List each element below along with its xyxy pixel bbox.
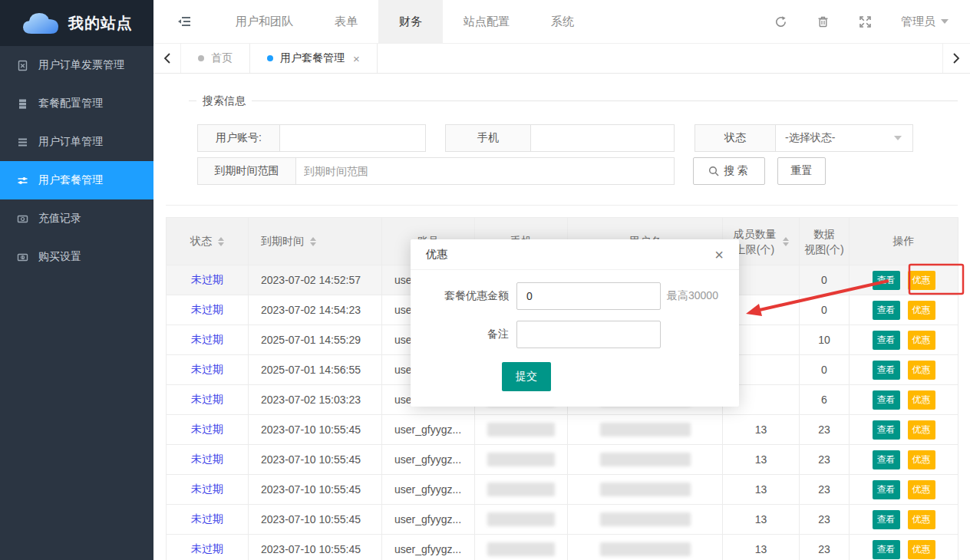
view-button[interactable]: 查看 xyxy=(873,510,900,529)
collapse-menu-icon[interactable] xyxy=(153,0,215,43)
phone-label: 手机 xyxy=(445,124,530,152)
view-button[interactable]: 查看 xyxy=(873,271,900,290)
discount-button[interactable]: 优惠 xyxy=(908,510,935,529)
col-views: 数据视图(个) xyxy=(800,218,850,265)
status-badge: 未过期 xyxy=(191,423,223,435)
status-badge: 未过期 xyxy=(191,393,223,405)
sort-icon[interactable] xyxy=(783,237,789,246)
discount-button[interactable]: 优惠 xyxy=(908,390,935,410)
status-badge: 未过期 xyxy=(191,333,223,345)
table-row: 未过期 2023-07-10 10:55:45 user_gfyygz... 1… xyxy=(167,505,958,535)
phone-input[interactable] xyxy=(530,124,675,152)
amount-hint: 最高30000 xyxy=(667,289,718,303)
sidebar-item-order-management[interactable]: 用户订单管理 xyxy=(0,123,153,161)
modal-body: 套餐优惠金额 最高30000 备注 提交 xyxy=(411,270,739,407)
user-package-sliders-icon xyxy=(17,174,29,186)
recharge-record-icon xyxy=(17,212,29,225)
search-legend: 搜索信息 xyxy=(196,94,252,108)
content-divider xyxy=(166,205,958,206)
redacted-phone xyxy=(487,453,555,466)
chevron-left-icon[interactable] xyxy=(153,44,181,73)
view-button[interactable]: 查看 xyxy=(873,301,900,320)
date-range-input[interactable] xyxy=(295,157,675,185)
discount-button[interactable]: 优惠 xyxy=(908,301,935,320)
package-config-icon xyxy=(17,97,29,110)
remark-label: 备注 xyxy=(411,328,509,341)
discount-button[interactable]: 优惠 xyxy=(908,450,935,469)
logo: 我的站点 xyxy=(0,0,153,46)
table-row: 未过期 2023-07-10 10:55:45 user_gfyygz... 1… xyxy=(167,445,958,475)
nav-system[interactable]: 系统 xyxy=(530,0,595,43)
table-row: 未过期 2023-07-10 10:55:45 user_gfyygz... 1… xyxy=(167,535,958,560)
discount-button[interactable]: 优惠 xyxy=(908,271,935,290)
view-button[interactable]: 查看 xyxy=(873,450,900,469)
table-row: 未过期 2023-07-10 10:55:45 user_gfyygz... 1… xyxy=(167,415,958,445)
discount-button[interactable]: 优惠 xyxy=(908,540,935,559)
sort-icon[interactable] xyxy=(310,237,316,246)
status-badge: 未过期 xyxy=(191,303,223,315)
date-range-field-group: 到期时间范围 xyxy=(197,157,675,185)
nav-finance[interactable]: 财务 xyxy=(378,0,443,43)
purchase-settings-icon xyxy=(17,251,29,263)
redacted-username xyxy=(600,483,691,496)
amount-input[interactable] xyxy=(516,282,661,310)
nav-users-teams[interactable]: 用户和团队 xyxy=(215,0,314,43)
sidebar-item-invoice-management[interactable]: 用户订单发票管理 xyxy=(0,46,153,84)
tab-close-icon[interactable]: × xyxy=(353,52,360,65)
sidebar-item-package-config[interactable]: 套餐配置管理 xyxy=(0,84,153,123)
status-badge: 未过期 xyxy=(191,453,223,465)
discount-button[interactable]: 优惠 xyxy=(908,420,935,440)
col-status[interactable]: 状态 xyxy=(167,218,249,265)
view-button[interactable]: 查看 xyxy=(873,331,900,350)
col-expire[interactable]: 到期时间 xyxy=(249,218,382,265)
tab-dot xyxy=(267,55,273,61)
redacted-phone xyxy=(487,512,555,526)
view-button[interactable]: 查看 xyxy=(873,361,900,380)
refresh-icon[interactable] xyxy=(774,15,787,28)
sidebar-item-label: 用户订单发票管理 xyxy=(38,58,124,72)
status-select[interactable]: -选择状态- xyxy=(775,124,913,152)
sidebar-item-recharge-record[interactable]: 充值记录 xyxy=(0,199,153,238)
header-actions: 管理员 xyxy=(774,0,970,43)
search-icon xyxy=(708,166,719,176)
sidebar-item-user-package-management[interactable]: 用户套餐管理 xyxy=(0,161,153,199)
discount-button[interactable]: 优惠 xyxy=(908,331,935,350)
tab-user-package-management[interactable]: 用户套餐管理 × xyxy=(249,44,378,73)
admin-menu[interactable]: 管理员 xyxy=(901,15,949,29)
tab-dot xyxy=(198,55,204,61)
account-input[interactable] xyxy=(279,124,426,152)
redacted-phone xyxy=(487,423,555,436)
admin-label: 管理员 xyxy=(901,15,935,29)
page: 我的站点 用户订单发票管理 套餐配置管理 用户订单管理 用户套餐管理 xyxy=(0,0,970,560)
fullscreen-icon[interactable] xyxy=(859,15,872,28)
sidebar-item-purchase-settings[interactable]: 购买设置 xyxy=(0,238,153,276)
redacted-username xyxy=(600,423,691,436)
view-button[interactable]: 查看 xyxy=(873,390,900,410)
sidebar-item-label: 用户订单管理 xyxy=(38,135,103,149)
discount-button[interactable]: 优惠 xyxy=(908,480,935,499)
search-fieldset-border xyxy=(189,100,958,101)
search-button[interactable]: 搜索 xyxy=(693,157,765,185)
view-button[interactable]: 查看 xyxy=(873,480,900,499)
tab-bar: 首页 用户套餐管理 × xyxy=(153,44,970,74)
tab-home[interactable]: 首页 xyxy=(181,44,249,73)
view-button[interactable]: 查看 xyxy=(873,420,900,440)
order-list-icon xyxy=(17,136,29,148)
cloud-logo-icon xyxy=(21,11,61,35)
status-field-group: 状态 -选择状态- xyxy=(695,124,913,152)
submit-button[interactable]: 提交 xyxy=(502,362,551,391)
discount-button[interactable]: 优惠 xyxy=(908,361,935,380)
phone-field-group: 手机 xyxy=(445,124,675,152)
nav-site-config[interactable]: 站点配置 xyxy=(443,0,530,43)
nav-forms[interactable]: 表单 xyxy=(314,0,378,43)
view-button[interactable]: 查看 xyxy=(873,540,900,559)
chevron-right-icon[interactable] xyxy=(942,44,970,73)
trash-icon[interactable] xyxy=(817,15,830,28)
sort-icon[interactable] xyxy=(218,237,224,246)
status-badge: 未过期 xyxy=(191,363,223,375)
reset-button[interactable]: 重置 xyxy=(777,157,826,185)
close-icon[interactable]: × xyxy=(714,247,724,262)
remark-input[interactable] xyxy=(516,321,661,348)
caret-down-icon xyxy=(941,19,949,24)
redacted-phone xyxy=(487,542,555,556)
